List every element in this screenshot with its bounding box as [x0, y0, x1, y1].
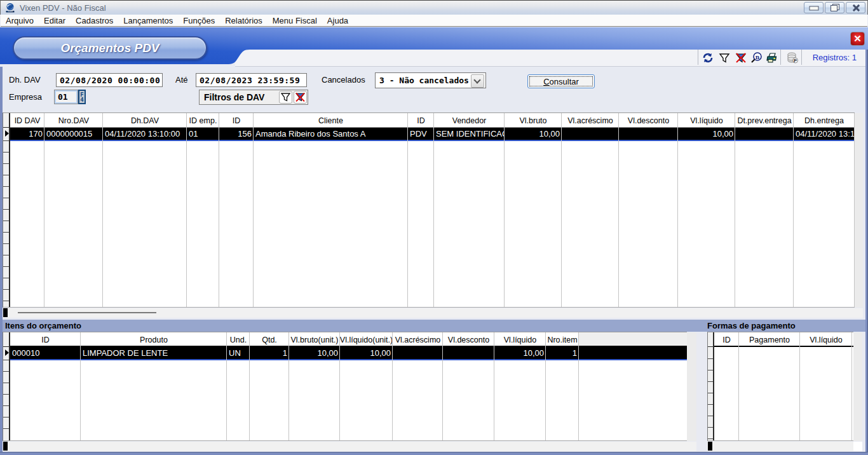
- grid-cell[interactable]: 10,00: [505, 128, 562, 140]
- filtros-dav-panel[interactable]: Filtros de DAV: [199, 90, 308, 105]
- close-form-button[interactable]: ✕: [850, 32, 865, 46]
- dhdav-to-input[interactable]: 02/08/2023 23:59:59: [196, 73, 307, 87]
- menu-item-arquivo[interactable]: Arquivo: [1, 15, 39, 26]
- column-header[interactable]: Pagamento: [739, 332, 800, 347]
- column-header[interactable]: Vl.bruto: [505, 113, 562, 128]
- grid-cell[interactable]: 156: [219, 128, 254, 140]
- cancelados-select[interactable]: 3 - Não cancelados: [375, 72, 486, 88]
- grid-cell[interactable]: 10,00: [494, 347, 546, 359]
- grid-cell[interactable]: 1: [250, 347, 289, 359]
- indicator-line: [3, 428, 9, 429]
- column-header[interactable]: Vl.líquido: [800, 332, 852, 347]
- column-divider: [407, 113, 408, 307]
- indicator-line: [708, 416, 713, 416]
- column-header[interactable]: ID: [10, 332, 81, 347]
- consultar-button[interactable]: Consultar: [527, 74, 595, 88]
- indicator-line: [3, 140, 9, 141]
- horizontal-scrollbar[interactable]: [3, 442, 696, 451]
- scrollbar-thumb[interactable]: [18, 312, 156, 313]
- column-divider: [226, 332, 227, 440]
- grid-cell[interactable]: [562, 128, 619, 140]
- column-divider: [494, 332, 494, 440]
- grid-cell[interactable]: 000010: [10, 347, 81, 359]
- formas-grid: IDPagamentoVl.líquido: [707, 332, 862, 452]
- grid-cell[interactable]: 10,00: [678, 128, 735, 140]
- grid-cell[interactable]: 04/11/2020 13:10:00: [103, 128, 187, 140]
- grid-cell[interactable]: 10,00: [340, 347, 393, 359]
- dhdav-label: Dh. DAV: [9, 75, 41, 85]
- menu-item-cadastros[interactable]: Cadastros: [71, 15, 118, 26]
- vertical-scrollbar[interactable]: [687, 332, 696, 441]
- column-header[interactable]: Vendedor: [434, 113, 505, 128]
- grid-cell[interactable]: 04/11/2020 13:11: [794, 128, 855, 140]
- grid-cell[interactable]: 10,00: [289, 347, 340, 359]
- menu-item-editar[interactable]: Editar: [39, 15, 71, 26]
- empresa-input[interactable]: 01: [54, 90, 78, 104]
- column-header[interactable]: ID: [714, 332, 739, 347]
- column-header[interactable]: Dh.DAV: [103, 113, 187, 128]
- restore-icon: [831, 4, 839, 11]
- column-header[interactable]: Vl.líquido: [678, 113, 735, 128]
- menu-item-fun-es[interactable]: Funções: [178, 15, 220, 26]
- grid-cell[interactable]: UN: [227, 347, 250, 359]
- menu-bar: ArquivoEditarCadastrosLançamentosFunções…: [1, 15, 867, 27]
- scrollbar-corner-block: [708, 442, 712, 451]
- selected-row-underline: [10, 359, 687, 360]
- column-header[interactable]: Vl.desconto: [619, 113, 678, 128]
- menu-item-lan-amentos[interactable]: Lançamentos: [118, 15, 178, 26]
- column-header[interactable]: Produto: [81, 332, 227, 347]
- column-header[interactable]: Und.: [227, 332, 250, 347]
- minimize-button[interactable]: [804, 2, 824, 13]
- close-window-button[interactable]: [846, 2, 865, 13]
- column-header[interactable]: ID emp.: [187, 113, 219, 128]
- empresa-f4-badge[interactable]: F4: [78, 90, 86, 104]
- itens-section-title: Itens do orçamento: [5, 321, 81, 330]
- column-header[interactable]: Cliente: [254, 113, 408, 128]
- funnel-icon: [280, 92, 291, 102]
- grid-cell[interactable]: LIMPADOR DE LENTE: [81, 347, 227, 359]
- grid-cell[interactable]: 170: [10, 128, 44, 140]
- vertical-scrollbar[interactable]: [853, 332, 862, 441]
- indicator-line: [708, 438, 713, 439]
- grid-cell[interactable]: Amanda Ribeiro dos Santos A: [254, 128, 408, 140]
- grid-cell[interactable]: 0000000015: [44, 128, 103, 140]
- grid-cell[interactable]: [443, 347, 494, 359]
- column-header[interactable]: Vl.desconto: [443, 332, 494, 347]
- column-header[interactable]: ID: [408, 113, 434, 128]
- filter-button[interactable]: [279, 91, 292, 104]
- grid-cell[interactable]: [393, 347, 443, 359]
- column-header[interactable]: Vl.líquido: [494, 332, 546, 347]
- column-header[interactable]: Qtd.: [250, 332, 289, 347]
- column-header[interactable]: Nro.DAV: [44, 113, 103, 128]
- grid-cell[interactable]: 01: [187, 128, 219, 140]
- indicator-line: [3, 301, 9, 301]
- clear-filter-button[interactable]: [294, 91, 307, 104]
- menu-item-ajuda[interactable]: Ajuda: [322, 15, 353, 26]
- indicator-line: [3, 198, 9, 198]
- menu-item-menu-fiscal[interactable]: Menu Fiscal: [268, 15, 322, 26]
- column-header[interactable]: ID DAV: [10, 113, 44, 128]
- horizontal-scrollbar[interactable]: [707, 442, 862, 451]
- column-header[interactable]: Vl.líquido(unit.): [340, 332, 393, 347]
- grid-cell[interactable]: [735, 128, 794, 140]
- column-divider: [249, 332, 250, 440]
- column-header[interactable]: Vl.bruto(unit.): [289, 332, 340, 347]
- column-divider: [102, 113, 103, 307]
- dhdav-from-input[interactable]: 02/08/2020 00:00:00: [56, 73, 163, 87]
- indicator-line: [3, 186, 9, 187]
- grid-cell[interactable]: [619, 128, 678, 140]
- column-header[interactable]: Vl.acréscimo: [562, 113, 619, 128]
- menu-item-relat-rios[interactable]: Relatórios: [220, 15, 268, 26]
- column-header[interactable]: ID: [219, 113, 254, 128]
- grid-cell[interactable]: 1: [546, 347, 579, 359]
- column-header[interactable]: Vl.acréscimo: [393, 332, 443, 347]
- empresa-label: Empresa: [9, 92, 42, 102]
- column-header[interactable]: Dt.prev.entrega: [735, 113, 794, 128]
- column-header[interactable]: Dh.entrega: [794, 113, 855, 128]
- grid-cell[interactable]: SEM IDENTIFICAÇÃ: [434, 128, 505, 140]
- column-header[interactable]: Nro.item: [546, 332, 579, 347]
- grid-cell[interactable]: PDV: [408, 128, 434, 140]
- vertical-scrollbar[interactable]: [855, 113, 863, 308]
- combo-arrow-icon[interactable]: [471, 74, 484, 88]
- restore-button[interactable]: [825, 2, 844, 13]
